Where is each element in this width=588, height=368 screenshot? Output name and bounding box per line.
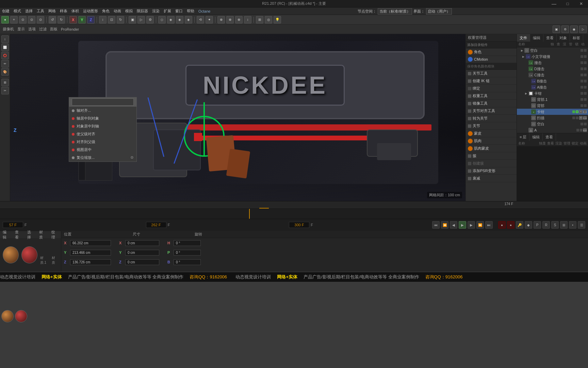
reset-scale-item[interactable]: 复位缩放... ⚙	[69, 154, 136, 162]
panel-label[interactable]: 面板	[49, 27, 59, 32]
extrude-btn[interactable]: ⊞	[1, 79, 9, 86]
menu-spline[interactable]: 样条	[60, 9, 67, 14]
select-rect-btn[interactable]: ⬜	[1, 44, 9, 51]
character-item[interactable]: 角色	[466, 48, 517, 56]
center-obj-to-axis-item[interactable]: 对象居中到轴	[69, 122, 136, 130]
tab-view[interactable]: 查看	[543, 34, 557, 42]
y-size-value[interactable]: 0 cm	[125, 250, 159, 256]
z-pos-value[interactable]: 136.726 cm	[70, 259, 111, 265]
outliner-blank[interactable]: ▶ □ 空白	[517, 47, 588, 53]
x-axis-btn[interactable]: X	[69, 16, 77, 24]
persp-view-btn[interactable]: ◇	[158, 16, 166, 24]
scale-btn[interactable]: ⊡	[108, 16, 115, 24]
brush-btn[interactable]: ✏	[1, 60, 9, 67]
h-rot-value[interactable]: 0 °	[174, 240, 201, 246]
display-label[interactable]: 显示	[16, 27, 26, 32]
front-view-btn[interactable]: ◈	[185, 16, 192, 24]
attr-tab-edit[interactable]: 编辑	[529, 133, 543, 141]
record-btn[interactable]: ●	[498, 221, 506, 229]
record-mode-btn[interactable]: ●	[507, 221, 514, 229]
ik-chain-item[interactable]: 创建 IK 链	[466, 77, 517, 85]
undo-btn[interactable]: ↺	[49, 16, 56, 24]
material-ball-1[interactable]	[3, 246, 19, 263]
menu-character[interactable]: 角色	[102, 9, 110, 14]
menu-window[interactable]: 窗口	[175, 9, 183, 14]
point-mode-btn[interactable]: ⊙	[19, 16, 27, 24]
top-view-btn[interactable]: ◈	[167, 16, 175, 24]
skin-item[interactable]: 蒙皮	[466, 130, 517, 137]
outliner-scan[interactable]: □ 扫描 ✕ ▲▲	[517, 115, 588, 121]
scale-key-btn[interactable]: S	[551, 221, 559, 229]
rotate-btn[interactable]: ↻	[117, 16, 124, 24]
mirror-tool-item[interactable]: 镜像工具	[466, 100, 517, 107]
align-to-parent-item[interactable]: 对齐到父级	[69, 138, 136, 146]
menu-simulate[interactable]: 模拟	[125, 9, 133, 14]
menu-select[interactable]: 选择	[25, 9, 33, 14]
options-label[interactable]: 选项	[27, 27, 37, 32]
outliner-d-hit[interactable]: L● D撞击	[517, 66, 588, 72]
cmotion-item[interactable]: CMotion	[466, 56, 517, 63]
viewport-option1-btn[interactable]: ⚙	[561, 26, 569, 33]
add-cluster-btn[interactable]: 创建簇	[466, 160, 517, 167]
y-pos-value[interactable]: 213.466 cm	[70, 250, 111, 256]
joint-align-item[interactable]: 关节对齐工具	[466, 107, 517, 115]
b-rot-value[interactable]: 0 °	[174, 259, 201, 265]
paint-btn[interactable]: 🎨	[1, 68, 9, 76]
outliner-text-collision[interactable]: ▶ L● 小文字碰撞	[517, 53, 588, 60]
timeline-toggle-btn[interactable]: ☰	[578, 221, 585, 229]
solo-btn[interactable]: ◎	[265, 16, 272, 24]
menu-mograph[interactable]: 运动图形	[83, 9, 98, 14]
prev-keyframe-btn[interactable]: ⏪	[441, 221, 448, 229]
go-end-btn[interactable]: ⏭	[485, 221, 493, 229]
save-color-module-btn[interactable]: 保存角色颜色模块	[467, 64, 494, 68]
render-settings-btn[interactable]: ⚙	[146, 16, 154, 24]
transform-btn[interactable]: ↕	[99, 16, 107, 24]
model-mode-btn[interactable]: ●	[1, 16, 9, 24]
outliner-c-hit[interactable]: L● C撞击	[517, 72, 588, 78]
add-component-btn[interactable]: 添加目录组件	[467, 43, 488, 47]
total-frames-display[interactable]: 300 F	[289, 222, 309, 228]
go-start-btn[interactable]: ⏮	[432, 221, 440, 229]
rot-key-btn[interactable]: R	[542, 221, 550, 229]
select-circle-btn[interactable]: ⭕	[1, 52, 9, 59]
move-tool-btn[interactable]: ↕	[1, 35, 9, 43]
falloff-item[interactable]: 衰减	[466, 175, 517, 182]
play-btn[interactable]: ▶	[459, 221, 466, 229]
end-frame-display[interactable]: 262 F	[146, 222, 166, 228]
outliner-caliper-selected[interactable]: ● 卡钳 ✕ ▲▲	[517, 109, 588, 115]
menu-animate[interactable]: 动画	[114, 9, 121, 14]
prorender-label[interactable]: ProRender	[60, 27, 80, 31]
next-keyframe-btn[interactable]: ⏩	[476, 221, 484, 229]
viewport-option2-btn[interactable]: ◉	[570, 26, 578, 33]
center-axis-to-obj-item[interactable]: 轴居中到对象	[69, 114, 136, 122]
node-interface-value[interactable]: 启动（用户）	[426, 8, 452, 15]
joint-item[interactable]: 关节	[466, 122, 517, 130]
align-parent-item[interactable]: 使父级对齐	[69, 130, 136, 138]
edge-mode-btn[interactable]: ⊙	[28, 16, 35, 24]
menu-octane[interactable]: Octane	[198, 9, 210, 13]
outliner-back[interactable]: □ 背部	[517, 103, 588, 109]
menu-tools[interactable]: 工具	[37, 9, 44, 14]
tab-tag[interactable]: 标签	[570, 34, 583, 42]
menu-volume[interactable]: 体积	[71, 9, 79, 14]
material-preview-1[interactable]	[1, 310, 14, 322]
keyframe-btn[interactable]: ◆	[525, 221, 532, 229]
menu-mode[interactable]: 模式	[14, 9, 21, 14]
attr-tab-layer[interactable]: ≡ 层	[517, 133, 529, 141]
bind-item[interactable]: 绑定	[466, 85, 517, 92]
z-size-value[interactable]: 0 cm	[125, 259, 159, 265]
material-preview-2[interactable]	[15, 310, 27, 322]
weight-tool-item[interactable]: 权重工具	[466, 92, 517, 100]
snap-btn[interactable]: ⊕	[217, 16, 225, 24]
align-axis-item[interactable]: 轴对齐...	[69, 107, 136, 114]
start-frame-display[interactable]: 57 F	[3, 222, 23, 228]
snap4-btn[interactable]: ↕	[244, 16, 251, 24]
guide-btn[interactable]: ⊞	[256, 16, 263, 24]
outliner-b-hit[interactable]: L● B撞击	[517, 78, 588, 84]
point-key-btn[interactable]: •	[569, 221, 576, 229]
menu-create[interactable]: 创建	[2, 9, 10, 14]
outliner-hit1[interactable]: L● 撞击	[517, 60, 588, 66]
transform-tool-btn[interactable]: ⟲	[197, 16, 204, 24]
to-joint-item[interactable]: 转为关节	[466, 115, 517, 122]
edit-mode-btn[interactable]: +	[10, 16, 18, 24]
